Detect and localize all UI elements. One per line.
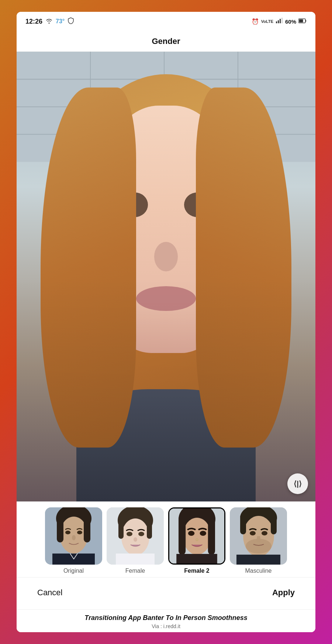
svg-rect-5 (305, 20, 306, 22)
status-left: 12:26 73° (25, 17, 74, 26)
portrait-hair-left (41, 88, 136, 447)
status-bar: 12:26 73° ⏰ VoLTE (17, 12, 315, 31)
svg-rect-6 (299, 20, 303, 23)
temperature: 73° (56, 18, 65, 25)
cancel-button[interactable]: Cancel (31, 585, 68, 600)
time-display: 12:26 (25, 18, 42, 25)
svg-rect-31 (116, 554, 155, 565)
battery-icon (298, 18, 307, 25)
svg-point-30 (134, 537, 137, 542)
thumbnail-female2[interactable]: Female 2 (168, 507, 225, 574)
apply-button[interactable]: Apply (266, 585, 301, 600)
svg-point-19 (65, 531, 70, 534)
thumbnail-female[interactable]: Female (107, 507, 164, 574)
svg-point-25 (121, 518, 149, 555)
photo-area: ⟨|⟩ (17, 52, 315, 501)
svg-rect-17 (57, 517, 63, 542)
thumbnails-row: Original (23, 507, 309, 574)
thumbnail-original[interactable]: Original (45, 507, 102, 574)
footer-source: Via : i.redd.it (25, 623, 307, 629)
alarm-icon: ⏰ (252, 18, 259, 25)
status-right: ⏰ VoLTE 60% (252, 18, 307, 25)
battery-percent: 60% (285, 18, 296, 25)
action-buttons: Cancel Apply (17, 577, 315, 609)
svg-point-21 (72, 535, 76, 540)
svg-rect-35 (179, 515, 186, 555)
thumbnail-masculine-img[interactable] (230, 507, 287, 565)
thumbnail-female-label: Female (125, 568, 145, 574)
page-title: Gender (152, 37, 180, 46)
thumbnail-masculine[interactable]: Masculine (230, 507, 287, 574)
thumbnail-original-label: Original (63, 568, 84, 574)
svg-rect-40 (176, 554, 217, 564)
compare-button[interactable]: ⟨|⟩ (287, 473, 308, 494)
compare-icon: ⟨|⟩ (294, 479, 302, 488)
svg-rect-2 (280, 19, 281, 23)
thumbnail-female-img[interactable] (107, 507, 164, 565)
svg-point-47 (250, 531, 256, 535)
portrait-image (17, 52, 315, 501)
footer: Transitioning App Banter To In Person Sm… (17, 609, 315, 632)
thumbnail-masculine-label: Masculine (245, 568, 272, 574)
svg-point-28 (127, 532, 132, 536)
svg-rect-18 (84, 517, 90, 542)
phone-container: 12:26 73° ⏰ VoLTE (17, 12, 315, 632)
volte-label: VoLTE (261, 19, 273, 24)
svg-point-38 (200, 531, 206, 536)
svg-rect-36 (208, 515, 215, 555)
svg-rect-49 (236, 555, 280, 565)
svg-point-20 (77, 531, 82, 534)
svg-rect-0 (276, 21, 277, 23)
thumbnail-female2-img[interactable] (168, 507, 225, 565)
svg-point-34 (183, 518, 211, 555)
svg-point-48 (262, 531, 267, 535)
svg-point-37 (188, 531, 194, 536)
svg-point-29 (138, 532, 144, 536)
portrait-hair-right (196, 88, 291, 447)
svg-rect-44 (240, 514, 246, 534)
signal-icon (276, 18, 283, 25)
header: Gender (17, 31, 315, 52)
wifi-icon (45, 18, 53, 25)
thumbnail-original-img[interactable] (45, 507, 102, 565)
thumbnail-female2-label: Female 2 (184, 568, 209, 574)
footer-title: Transitioning App Banter To In Person Sm… (25, 614, 307, 622)
shield-icon (68, 17, 74, 26)
thumbnails-section: Original (17, 501, 315, 577)
svg-rect-1 (278, 20, 279, 23)
svg-rect-27 (147, 515, 152, 539)
svg-rect-3 (281, 18, 283, 23)
svg-rect-45 (271, 514, 277, 534)
svg-rect-26 (118, 515, 124, 539)
